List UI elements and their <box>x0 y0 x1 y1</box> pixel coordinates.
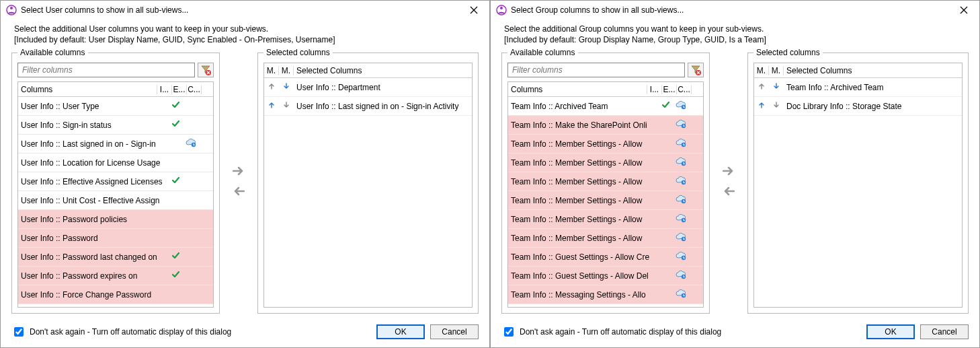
move-left-button[interactable] <box>231 184 247 198</box>
col-c[interactable]: C... <box>187 85 202 94</box>
dont-ask-checkbox[interactable]: Don't ask again - Turn off automatic dis… <box>501 325 861 339</box>
dont-ask-checkbox[interactable]: Don't ask again - Turn off automatic dis… <box>11 325 371 339</box>
table-row[interactable]: Team Info :: Member Settings - Allow <box>508 153 703 172</box>
clear-filter-button[interactable] <box>198 63 214 77</box>
cloud-icon <box>673 213 688 225</box>
table-row[interactable]: User Info :: Last signed in on - Sign-in <box>18 135 213 153</box>
row-label: Team Info :: Member Settings - Allow <box>508 158 659 168</box>
col-c[interactable]: C... <box>677 85 692 94</box>
intro-text: Select the additional Group columns you … <box>491 18 979 48</box>
dialog-body: Available columns Columns I... E... C...… <box>1 48 489 319</box>
row-label: User Info :: User Type <box>18 102 169 111</box>
col-columns[interactable]: Columns <box>18 85 157 94</box>
move-left-button[interactable] <box>721 184 737 198</box>
table-row[interactable]: Team Info :: Member Settings - Allow <box>508 229 703 248</box>
selected-body[interactable]: Team Info :: Archived TeamDoc Library In… <box>754 78 962 307</box>
col-moveup[interactable]: M. <box>264 66 279 75</box>
ok-button[interactable]: OK <box>866 324 915 339</box>
move-up-icon[interactable] <box>264 82 279 92</box>
row-label: User Info :: Password <box>18 234 169 243</box>
close-button[interactable] <box>464 3 484 17</box>
table-row[interactable]: User Info :: Effective Assigned Licenses <box>18 172 213 191</box>
move-right-button[interactable] <box>231 164 247 178</box>
table-row[interactable]: Team Info :: Member Settings - Allow <box>508 172 703 191</box>
row-label: User Info :: Password last changed on <box>18 252 169 262</box>
cancel-button[interactable]: Cancel <box>920 324 969 339</box>
grid-body[interactable]: Team Info :: Archived TeamTeam Info :: M… <box>508 97 703 307</box>
selected-row[interactable]: User Info :: Department <box>264 78 472 97</box>
move-down-icon[interactable] <box>279 82 294 92</box>
check-icon <box>659 100 673 112</box>
move-down-icon[interactable] <box>769 82 784 92</box>
dialog-group-columns: Select Group columns to show in all sub-… <box>490 0 980 348</box>
dont-ask-input[interactable] <box>504 327 514 337</box>
table-row[interactable]: Team Info :: Make the SharePoint Onli <box>508 116 703 135</box>
dont-ask-label: Don't ask again - Turn off automatic dis… <box>520 327 721 337</box>
col-columns[interactable]: Columns <box>508 85 647 94</box>
dont-ask-input[interactable] <box>14 327 24 337</box>
table-row[interactable]: User Info :: Unit Cost - Effective Assig… <box>18 191 213 210</box>
cloud-icon <box>673 119 688 131</box>
selected-header: M. M. Selected Columns <box>754 63 962 78</box>
titlebar: Select User columns to show in all sub-v… <box>1 1 489 18</box>
filter-input[interactable] <box>507 63 685 77</box>
table-row[interactable]: Team Info :: Messaging Settings - Allo <box>508 285 703 304</box>
available-grid[interactable]: Columns I... E... C... User Info :: User… <box>17 81 214 308</box>
selected-header: M. M. Selected Columns <box>264 63 472 78</box>
selected-grid[interactable]: M. M. Selected Columns Team Info :: Arch… <box>753 63 963 308</box>
table-row[interactable]: User Info :: User Type <box>18 97 213 116</box>
row-label: User Info :: Last signed in on - Sign-in <box>18 139 169 149</box>
clear-filter-button[interactable] <box>688 63 704 77</box>
cloud-icon <box>673 100 688 112</box>
table-row[interactable]: User Info :: Location for License Usage <box>18 153 213 172</box>
dialog-footer: Don't ask again - Turn off automatic dis… <box>491 319 979 347</box>
col-i[interactable]: I... <box>157 85 172 94</box>
dialog-title: Select User columns to show in all sub-v… <box>21 5 464 15</box>
move-down-icon[interactable] <box>279 101 294 111</box>
available-legend: Available columns <box>17 48 88 57</box>
col-selected[interactable]: Selected Columns <box>294 66 472 75</box>
table-row[interactable]: Team Info :: Archived Team <box>508 97 703 116</box>
selected-body[interactable]: User Info :: DepartmentUser Info :: Last… <box>264 78 472 307</box>
table-row[interactable]: Team Info :: Member Settings - Allow <box>508 135 703 153</box>
row-label: User Info :: Password policies <box>18 215 169 224</box>
move-down-icon[interactable] <box>769 101 784 111</box>
col-e[interactable]: E... <box>172 85 187 94</box>
table-row[interactable]: User Info :: Force Change Password <box>18 285 213 304</box>
move-up-icon[interactable] <box>754 82 769 92</box>
grid-body[interactable]: User Info :: User TypeUser Info :: Sign-… <box>18 97 213 307</box>
col-selected[interactable]: Selected Columns <box>784 66 962 75</box>
table-row[interactable]: User Info :: Password policies <box>18 210 213 229</box>
move-up-icon[interactable] <box>754 101 769 111</box>
selected-row[interactable]: Doc Library Info :: Storage State <box>754 97 962 116</box>
row-label: Team Info :: Member Settings - Allow <box>508 139 659 149</box>
col-i[interactable]: I... <box>647 85 662 94</box>
table-row[interactable]: Team Info :: Member Settings - Allow <box>508 191 703 210</box>
grid-header: Columns I... E... C... <box>18 82 213 97</box>
selected-grid[interactable]: M. M. Selected Columns User Info :: Depa… <box>263 63 473 308</box>
table-row[interactable]: User Info :: Password last changed on <box>18 248 213 267</box>
table-row[interactable]: Team Info :: Member Settings - Allow <box>508 210 703 229</box>
table-row[interactable]: User Info :: Sign-in status <box>18 116 213 135</box>
col-movedown[interactable]: M. <box>769 66 784 75</box>
move-up-icon[interactable] <box>264 101 279 111</box>
cloud-icon <box>673 289 688 300</box>
selected-row[interactable]: Team Info :: Archived Team <box>754 78 962 97</box>
filter-input[interactable] <box>17 63 195 77</box>
col-moveup[interactable]: M. <box>754 66 769 75</box>
cancel-button[interactable]: Cancel <box>430 324 479 339</box>
col-e[interactable]: E... <box>662 85 677 94</box>
table-row[interactable]: Team Info :: Guest Settings - Allow Del <box>508 267 703 285</box>
available-grid[interactable]: Columns I... E... C... Team Info :: Arch… <box>507 81 704 308</box>
table-row[interactable]: User Info :: Password expires on <box>18 267 213 285</box>
col-movedown[interactable]: M. <box>279 66 294 75</box>
row-label: User Info :: Last signed in on - Sign-in… <box>294 102 472 111</box>
table-row[interactable]: User Info :: Password <box>18 229 213 248</box>
close-button[interactable] <box>954 3 974 17</box>
selected-row[interactable]: User Info :: Last signed in on - Sign-in… <box>264 97 472 116</box>
table-row[interactable]: Team Info :: Guest Settings - Allow Cre <box>508 248 703 267</box>
ok-button[interactable]: OK <box>376 324 425 339</box>
dialog-body: Available columns Columns I... E... C...… <box>491 48 979 319</box>
move-right-button[interactable] <box>721 164 737 178</box>
selected-columns-group: Selected columns M. M. Selected Columns … <box>257 48 479 314</box>
